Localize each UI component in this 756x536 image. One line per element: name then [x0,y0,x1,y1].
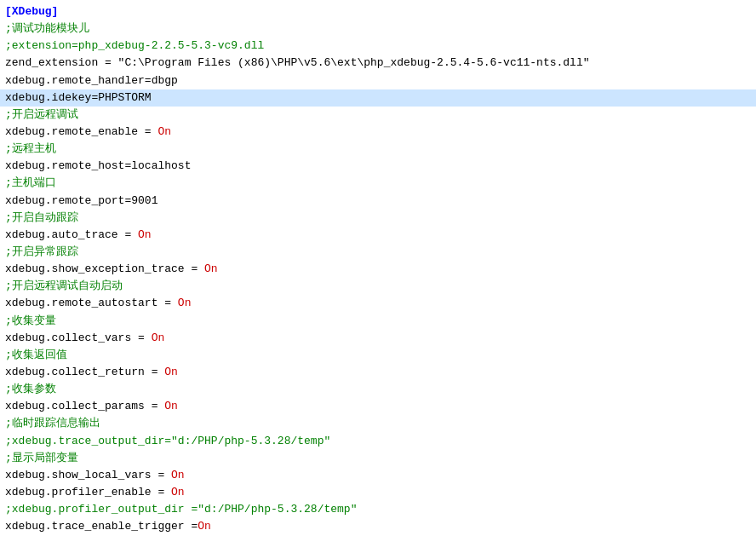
code-line: ;开启远程调试自动启动 [0,278,756,295]
code-line: xdebug.show_local_vars = On [0,467,756,484]
code-token: ;开启远程调试自动启动 [5,280,123,292]
code-line: xdebug.trace_enable_trigger =On [0,518,756,535]
code-token: ;xdebug.profiler_output_dir ="d:/PHP/php… [5,503,357,516]
code-editor: [XDebug];调试功能模块儿;extension=php_xdebug-2.… [0,0,756,536]
code-token: xdebug.show_exception_trace = [5,262,204,275]
code-token: ;extension=php_xdebug-2.2.5-5.3-vc9.dll [5,39,264,52]
code-line: ;主机端口 [0,175,756,192]
code-token: xdebug.remote_port=9001 [5,194,158,207]
code-line: xdebug.show_exception_trace = On [0,261,756,278]
code-token: ;开启自动跟踪 [5,211,78,224]
code-token: ;临时跟踪信息输出 [5,417,100,429]
code-token: xdebug.remote_host=localhost [5,159,191,172]
code-token: xdebug.auto_trace = [5,228,138,241]
code-line: ;开启异常跟踪 [0,244,756,261]
code-token: ;开启远程调试 [5,108,78,121]
code-line: ;xdebug.profiler_output_dir ="d:/PHP/php… [0,501,756,518]
code-line: xdebug.remote_handler=dbgp [0,72,756,89]
code-token: On [178,297,192,309]
code-token: xdebug.profiler_enable = [5,486,171,499]
code-line: ;开启自动跟踪 [0,210,756,227]
code-token: xdebug.idekey=PHPSTORM [5,91,152,104]
code-line: ;开启远程调试 [0,107,756,124]
code-token: ;显示局部变量 [5,452,78,464]
code-line: ;extension=php_xdebug-2.2.5-5.3-vc9.dll [0,37,756,55]
code-line: xdebug.collect_vars = On [0,330,756,347]
code-line: ;xdebug.trace_output_dir="d:/PHP/php-5.3… [0,433,756,450]
code-line: xdebug.remote_autostart = On [0,295,756,312]
code-line: xdebug.auto_trace = On [0,227,756,244]
code-token: On [171,486,185,499]
code-token: xdebug.remote_handler=dbgp [5,74,178,87]
code-token: ;xdebug.trace_output_dir="d:/PHP/php-5.3… [5,435,330,447]
code-token: On [164,366,178,378]
code-token: xdebug.collect_vars = [5,331,152,344]
code-token: xdebug.remote_autostart = [5,297,178,309]
code-line: xdebug.collect_return = On [0,364,756,381]
code-token: On [204,262,218,275]
code-token: On [198,520,211,533]
code-line: xdebug.profiler_enable = On [0,484,756,501]
code-line: ;临时跟踪信息输出 [0,415,756,432]
code-line: xdebug.idekey=PHPSTORM [0,89,756,107]
code-token: ;远程主机 [5,142,56,155]
code-token: On [152,331,165,344]
code-line: [XDebug] [0,3,756,20]
code-token: ;收集变量 [5,314,56,327]
code-token: On [171,469,185,481]
code-token: xdebug.trace_enable_trigger = [5,520,198,533]
code-line: xdebug.remote_port=9001 [0,193,756,210]
code-token: On [164,400,178,412]
code-line: xdebug.remote_enable = On [0,124,756,141]
code-token: ;收集返回值 [5,349,67,361]
code-token: zend_extension = "C:\Program Files (x86)… [5,56,590,69]
code-token: ;开启异常跟踪 [5,245,78,258]
code-token: ;调试功能模块儿 [5,22,89,35]
code-token: [XDebug] [5,5,58,18]
code-token: ;收集参数 [5,383,56,395]
code-token: xdebug.remote_enable = [5,125,158,138]
code-line: ;远程主机 [0,141,756,158]
code-token: xdebug.collect_params = [5,400,164,412]
code-line: ;收集返回值 [0,347,756,364]
code-line: ;调试功能模块儿 [0,20,756,37]
code-token: ;主机端口 [5,176,56,189]
code-line: xdebug.remote_host=localhost [0,158,756,175]
code-token: On [158,125,171,138]
code-token: On [138,228,152,241]
code-token: xdebug.show_local_vars = [5,469,171,481]
code-line: xdebug.collect_params = On [0,398,756,415]
code-token: xdebug.collect_return = [5,366,164,378]
code-line: ;显示局部变量 [0,450,756,467]
code-line: zend_extension = "C:\Program Files (x86)… [0,55,756,72]
code-line: ;收集变量 [0,313,756,330]
code-line: ;收集参数 [0,381,756,398]
